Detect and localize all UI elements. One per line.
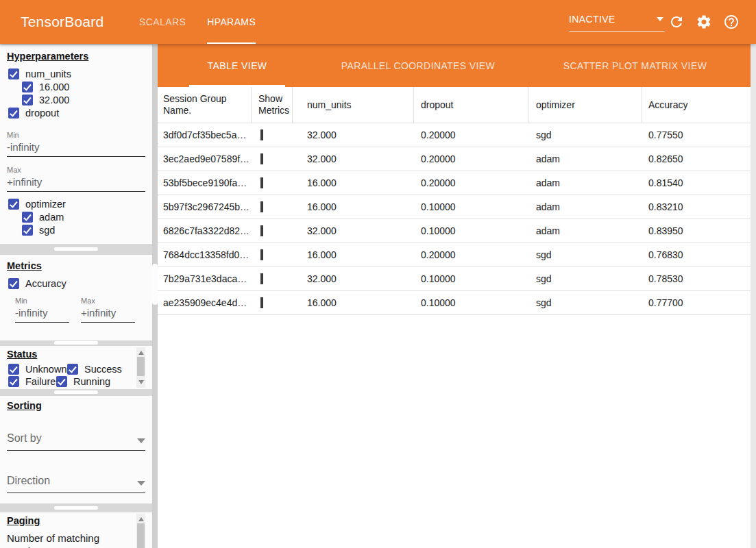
show-metrics-checkbox[interactable] xyxy=(260,249,263,260)
show-metrics-checkbox[interactable] xyxy=(260,201,263,212)
section-resize-handle[interactable] xyxy=(54,390,98,394)
checked-checkbox-icon[interactable] xyxy=(8,108,19,119)
refresh-button[interactable] xyxy=(668,14,685,30)
paging-title: Paging xyxy=(0,512,152,526)
max-input[interactable]: +infinity xyxy=(81,305,135,323)
optimizer-cell: sgd xyxy=(528,249,642,260)
max-input[interactable]: +infinity xyxy=(7,174,145,192)
session-group-name-cell: 5b97f3c2967245b… xyxy=(158,201,252,212)
optimizer-cell: sgd xyxy=(528,129,642,140)
view-tab-bar: TABLE VIEW PARALLEL COORDINATES VIEW SCA… xyxy=(158,44,751,87)
hparam-value-16: 16.000 xyxy=(22,81,152,93)
column-header-dropout[interactable]: dropout xyxy=(414,87,528,123)
checked-checkbox-icon[interactable] xyxy=(22,95,33,105)
main-scrollbar[interactable] xyxy=(751,44,756,548)
show-metrics-checkbox[interactable] xyxy=(260,153,263,164)
checked-checkbox-icon[interactable] xyxy=(8,364,19,375)
show-metrics-cell xyxy=(252,297,293,308)
show-metrics-cell xyxy=(252,249,293,260)
show-metrics-checkbox[interactable] xyxy=(260,297,263,308)
column-header-show-metrics[interactable]: Show Metrics xyxy=(252,87,293,123)
optimizer-cell: adam xyxy=(528,201,642,212)
checked-checkbox-icon[interactable] xyxy=(8,199,19,210)
checked-checkbox-icon[interactable] xyxy=(22,225,33,236)
num-units-cell: 32.000 xyxy=(293,153,414,164)
scrollbar-up-icon[interactable] xyxy=(138,517,144,521)
hparam-item-optimizer: optimizer xyxy=(8,198,152,210)
dropout-min-field: Min -infinity xyxy=(7,131,145,157)
show-metrics-checkbox[interactable] xyxy=(260,177,263,188)
session-group-name-cell: 3ec2aed9e07589f… xyxy=(158,153,252,164)
paging-section: Paging Number of matching session groups… xyxy=(0,512,152,548)
session-group-name-cell: ae235909ec4e4d… xyxy=(158,297,252,308)
checked-checkbox-icon[interactable] xyxy=(8,278,19,289)
status-title: Status xyxy=(0,346,152,360)
optimizer-cell: adam xyxy=(528,225,642,236)
column-header-num-units[interactable]: num_units xyxy=(293,87,414,123)
run-status-select[interactable]: INACTIVE xyxy=(569,14,665,32)
tab-scatter-plot-matrix-view[interactable]: SCATTER PLOT MATRIX VIEW xyxy=(520,44,751,87)
status-scrollbar[interactable] xyxy=(136,347,145,388)
hparam-value-label: adam xyxy=(39,212,64,223)
column-header-accuracy[interactable]: Accuracy xyxy=(642,87,751,123)
tab-parallel-coordinates-view[interactable]: PARALLEL COORDINATES VIEW xyxy=(317,44,520,87)
tab-hparams[interactable]: HPARAMS xyxy=(207,0,256,44)
accuracy-cell: 0.82650 xyxy=(642,153,751,164)
chevron-down-icon xyxy=(657,17,663,21)
max-label: Max xyxy=(81,297,135,305)
optimizer-cell: adam xyxy=(528,177,642,188)
table-header-row: Session Group Name. Show Metrics num_uni… xyxy=(158,87,751,123)
checked-checkbox-icon[interactable] xyxy=(8,68,19,79)
show-metrics-checkbox[interactable] xyxy=(260,273,263,284)
section-resize-handle[interactable] xyxy=(54,341,98,345)
checked-checkbox-icon[interactable] xyxy=(22,82,33,92)
status-section: Status Unknown Success Failure Running xyxy=(0,346,152,389)
help-icon xyxy=(723,14,740,30)
show-metrics-checkbox[interactable] xyxy=(260,225,263,236)
direction-select[interactable]: Direction xyxy=(7,471,145,493)
metric-label: Accuracy xyxy=(25,278,66,289)
session-group-name-cell: 3df0d7cf35bec5a… xyxy=(158,129,252,140)
status-option-label: Running xyxy=(73,376,110,387)
metrics-title: Metrics xyxy=(0,255,152,271)
paging-scrollbar[interactable] xyxy=(136,514,145,548)
min-input[interactable]: -infinity xyxy=(7,139,145,157)
help-button[interactable] xyxy=(723,14,740,30)
section-resize-handle[interactable] xyxy=(54,506,98,510)
scrollbar-thumb[interactable] xyxy=(137,357,145,376)
scrollbar-up-icon[interactable] xyxy=(138,351,144,355)
accuracy-cell: 0.83210 xyxy=(642,201,751,212)
scrollbar-down-icon[interactable] xyxy=(138,380,144,384)
num-units-cell: 16.000 xyxy=(293,177,414,188)
sort-by-select[interactable]: Sort by xyxy=(7,429,145,451)
column-header-optimizer[interactable]: optimizer xyxy=(528,87,642,123)
optimizer-cell: adam xyxy=(528,153,642,164)
chevron-down-icon xyxy=(137,481,145,486)
show-metrics-checkbox[interactable] xyxy=(260,129,263,140)
table-row: 3ec2aed9e07589f… 32.000 0.20000 adam 0.8… xyxy=(158,147,751,171)
table-row: 6826c7fa3322d82… 32.000 0.10000 adam 0.8… xyxy=(158,219,751,243)
column-header-session-group-name[interactable]: Session Group Name. xyxy=(158,87,252,123)
accuracy-max-field: Max +infinity xyxy=(81,297,135,323)
sidebar-scrollbar[interactable] xyxy=(152,44,158,548)
dropout-cell: 0.20000 xyxy=(414,129,528,140)
dropout-cell: 0.20000 xyxy=(414,177,528,188)
dropout-max-field: Max +infinity xyxy=(7,166,145,192)
scrollbar-thumb[interactable] xyxy=(137,523,145,548)
hyperparameters-section: Hyperparameters num_units 16.000 32.000 … xyxy=(0,45,152,244)
section-resize-handle[interactable] xyxy=(54,247,98,251)
refresh-icon xyxy=(668,14,685,30)
tab-table-view[interactable]: TABLE VIEW xyxy=(158,44,317,87)
min-input[interactable]: -infinity xyxy=(15,305,69,323)
checked-checkbox-icon[interactable] xyxy=(22,212,33,223)
optimizer-cell: sgd xyxy=(528,297,642,308)
settings-button[interactable] xyxy=(696,14,712,30)
checked-checkbox-icon[interactable] xyxy=(8,376,19,387)
sidebar-scrollbar-thumb[interactable] xyxy=(152,264,158,305)
show-metrics-cell xyxy=(252,129,293,140)
checked-checkbox-icon[interactable] xyxy=(67,364,78,375)
hparam-value-sgd: sgd xyxy=(22,224,152,236)
num-units-cell: 32.000 xyxy=(293,129,414,140)
checked-checkbox-icon[interactable] xyxy=(56,376,67,387)
tab-scalars[interactable]: SCALARS xyxy=(139,0,186,44)
